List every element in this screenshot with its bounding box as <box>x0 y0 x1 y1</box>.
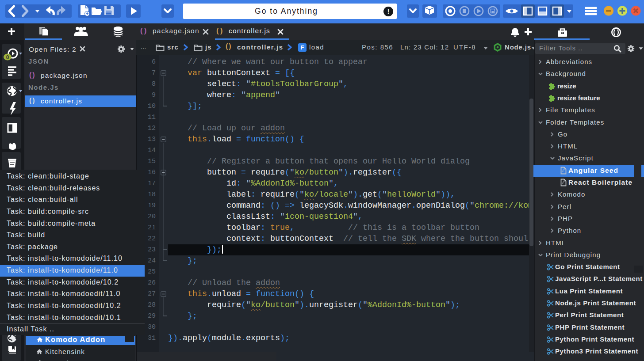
svg-text:0: 0 <box>6 54 9 61</box>
